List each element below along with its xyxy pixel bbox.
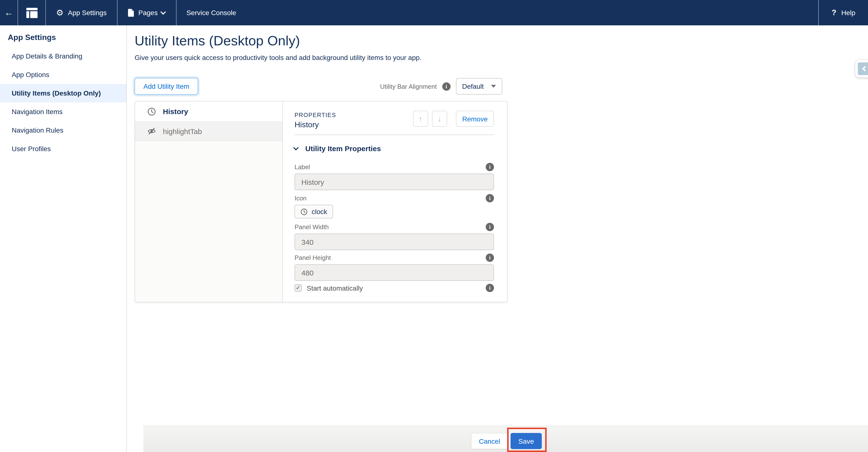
tab-app-settings-label: App Settings [68,9,107,17]
utility-item-row-history[interactable]: History [135,101,282,122]
top-bar: App Settings Pages Service Console Help [0,0,868,25]
clock-icon [147,107,156,116]
help-button[interactable]: Help [818,0,868,25]
arrow-left-icon [4,7,13,18]
tab-app-settings[interactable]: App Settings [46,0,117,25]
gear-icon [56,8,64,17]
move-up-button[interactable] [413,111,428,127]
label-field-input[interactable] [294,173,494,190]
sidebar-item-navigation-rules[interactable]: Navigation Rules [0,121,126,139]
properties-divider [294,135,494,135]
expand-panel-tab[interactable] [855,60,868,77]
properties-heading: PROPERTIES [294,112,336,119]
info-icon[interactable] [486,163,494,171]
info-icon[interactable] [486,223,494,231]
page-icon [127,8,134,17]
icon-field-label: Icon [294,195,307,202]
chevron-left-icon [858,62,868,75]
utility-bar-alignment-label: Utility Bar Alignment [380,83,437,90]
back-button[interactable] [0,0,18,25]
utility-item-properties-section-toggle[interactable]: Utility Item Properties [295,144,381,153]
topbar-spacer [246,0,818,25]
tab-pages-label: Pages [138,9,157,17]
arrow-up-icon [418,114,422,123]
save-button[interactable]: Save [510,433,542,449]
caret-down-icon [491,85,496,88]
question-icon [832,8,837,17]
chevron-down-icon [161,9,166,15]
app-builder-icon [26,7,37,18]
utility-items-card: History highlightTab PROPERTIES History [134,101,508,302]
panel-height-row: Panel Height [294,254,494,262]
utility-bar-alignment-value: Default [462,83,484,90]
eye-slash-icon [147,127,156,135]
page-description: Give your users quick access to producti… [134,54,422,61]
properties-item-name: History [294,121,319,129]
info-icon[interactable] [486,254,494,262]
sidebar-title: App Settings [8,33,126,42]
sidebar-item-app-details-branding[interactable]: App Details & Branding [0,47,126,65]
properties-panel: PROPERTIES History Remove Utility Item P… [283,101,507,302]
panel-width-label: Panel Width [294,223,329,231]
clock-icon [300,208,308,215]
section-title: Utility Item Properties [305,144,381,153]
start-automatically-row: Start automatically [294,284,494,292]
label-field-label: Label [294,163,310,171]
cancel-button[interactable]: Cancel [471,433,508,449]
panel-height-label: Panel Height [294,254,331,261]
utility-item-label: History [163,107,188,116]
utility-item-row-highlighttab[interactable]: highlightTab [135,122,282,141]
label-field-row: Label [294,163,494,171]
settings-sidebar: App Settings App Details & Branding App … [0,25,127,452]
start-automatically-label: Start automatically [307,284,363,292]
sidebar-nav: App Details & Branding App Options Utili… [0,47,126,158]
info-icon[interactable] [486,284,494,292]
sidebar-item-navigation-items[interactable]: Navigation Items [0,102,126,121]
properties-controls: Remove [413,111,494,127]
app-builder-home-button[interactable] [18,0,46,25]
icon-field-row: Icon [294,194,494,202]
panel-width-input[interactable] [294,233,494,250]
start-automatically-checkbox[interactable] [294,284,302,292]
utility-item-list: History highlightTab [135,101,283,302]
sidebar-item-app-options[interactable]: App Options [0,65,126,84]
sidebar-item-user-profiles[interactable]: User Profiles [0,139,126,158]
tab-pages[interactable]: Pages [117,0,177,25]
sidebar-item-utility-items[interactable]: Utility Items (Desktop Only) [0,84,126,102]
info-icon[interactable] [486,194,494,202]
move-down-button[interactable] [432,111,447,127]
utility-bar-alignment-select[interactable]: Default [456,78,502,95]
utility-item-label: highlightTab [163,127,202,135]
add-utility-item-button[interactable]: Add Utility Item [134,78,198,95]
app-manager-page: App Settings Pages Service Console Help … [0,0,868,452]
page-title: Utility Items (Desktop Only) [134,33,300,49]
icon-name: clock [312,208,327,216]
info-icon[interactable] [442,82,450,91]
icon-picker-button[interactable]: clock [294,205,333,219]
utility-bar-alignment-group: Utility Bar Alignment Default [375,78,502,95]
arrow-down-icon [438,114,441,123]
help-label: Help [841,9,855,17]
panel-height-input[interactable] [294,264,494,281]
panel-width-row: Panel Width [294,223,494,231]
chevron-down-icon [293,144,299,150]
remove-button[interactable]: Remove [456,111,494,127]
current-app-name: Service Console [177,0,246,25]
